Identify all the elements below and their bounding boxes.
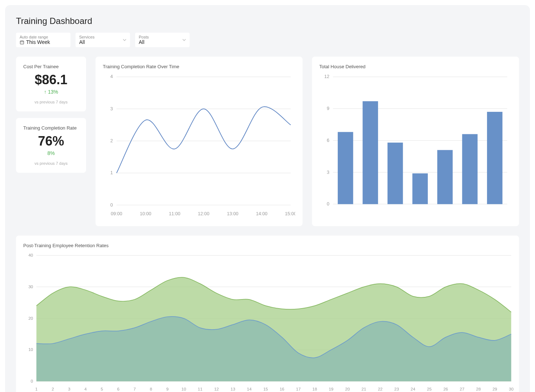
page-title: Training Dashboard bbox=[16, 16, 519, 26]
svg-text:13: 13 bbox=[231, 387, 235, 391]
posts-filter[interactable]: Posts All bbox=[135, 33, 190, 47]
svg-text:1: 1 bbox=[35, 387, 37, 391]
svg-rect-33 bbox=[388, 143, 403, 204]
svg-rect-0 bbox=[20, 41, 24, 44]
svg-text:0: 0 bbox=[110, 203, 113, 208]
svg-text:28: 28 bbox=[476, 387, 481, 391]
svg-text:24: 24 bbox=[411, 387, 416, 391]
svg-text:14:00: 14:00 bbox=[256, 211, 268, 216]
date-range-filter[interactable]: Auto date range This Week bbox=[16, 33, 70, 47]
svg-text:5: 5 bbox=[101, 387, 103, 391]
svg-text:19: 19 bbox=[329, 387, 333, 391]
services-filter[interactable]: Services All bbox=[76, 33, 130, 47]
svg-text:10: 10 bbox=[28, 347, 33, 352]
svg-text:20: 20 bbox=[345, 387, 350, 391]
svg-text:3: 3 bbox=[110, 106, 113, 111]
svg-text:9: 9 bbox=[166, 387, 169, 391]
svg-text:30: 30 bbox=[28, 285, 33, 289]
svg-text:40: 40 bbox=[28, 253, 33, 257]
kpi-cost-per-trainee: Cost Per Trainee $86.1 ↑ 13% vs previous… bbox=[16, 57, 86, 111]
kpi-delta: 8% bbox=[23, 150, 79, 156]
svg-rect-37 bbox=[487, 112, 502, 204]
svg-rect-34 bbox=[412, 173, 427, 204]
svg-text:23: 23 bbox=[394, 387, 399, 391]
svg-rect-32 bbox=[362, 101, 378, 204]
chevron-down-icon bbox=[123, 38, 126, 42]
svg-text:12:00: 12:00 bbox=[198, 211, 210, 216]
svg-text:6: 6 bbox=[117, 387, 119, 391]
kpi-sub: vs previous 7 days bbox=[23, 100, 79, 104]
svg-text:11:00: 11:00 bbox=[169, 211, 181, 216]
svg-text:30: 30 bbox=[509, 387, 514, 391]
svg-text:3: 3 bbox=[327, 170, 329, 175]
services-value: All bbox=[79, 39, 85, 45]
kpi-sub: vs previous 7 days bbox=[23, 161, 79, 166]
svg-text:1: 1 bbox=[110, 170, 113, 175]
kpi-title: Training Completion Rate bbox=[23, 125, 79, 131]
chart-title: Post-Training Employee Retention Rates bbox=[20, 243, 515, 248]
svg-text:2: 2 bbox=[52, 387, 54, 391]
svg-text:10: 10 bbox=[182, 387, 186, 391]
svg-text:10:00: 10:00 bbox=[140, 211, 151, 216]
svg-text:17: 17 bbox=[296, 387, 301, 391]
chevron-down-icon bbox=[182, 38, 186, 42]
svg-text:27: 27 bbox=[460, 387, 465, 391]
svg-text:0: 0 bbox=[31, 379, 33, 383]
svg-rect-36 bbox=[462, 134, 477, 204]
svg-rect-31 bbox=[338, 132, 353, 204]
svg-text:2: 2 bbox=[110, 138, 113, 143]
svg-text:6: 6 bbox=[327, 138, 329, 143]
kpi-title: Cost Per Trainee bbox=[23, 64, 79, 69]
svg-text:21: 21 bbox=[361, 387, 366, 391]
svg-text:11: 11 bbox=[198, 387, 203, 391]
svg-text:18: 18 bbox=[312, 387, 317, 391]
svg-text:4: 4 bbox=[84, 387, 87, 391]
kpi-value: 76% bbox=[23, 134, 79, 149]
calendar-icon bbox=[20, 40, 24, 45]
chart-house-delivered: Total House Delivered 036912 bbox=[312, 57, 519, 226]
svg-text:16: 16 bbox=[280, 387, 284, 391]
svg-text:9: 9 bbox=[327, 106, 329, 111]
posts-label: Posts bbox=[139, 35, 186, 39]
svg-text:20: 20 bbox=[28, 316, 33, 320]
date-range-label: Auto date range bbox=[20, 35, 67, 39]
services-label: Services bbox=[79, 35, 126, 39]
svg-text:12: 12 bbox=[324, 74, 329, 79]
svg-text:13:00: 13:00 bbox=[227, 211, 239, 216]
svg-text:3: 3 bbox=[68, 387, 70, 391]
svg-rect-35 bbox=[437, 150, 453, 204]
svg-text:09:00: 09:00 bbox=[111, 211, 122, 216]
svg-text:25: 25 bbox=[427, 387, 432, 391]
svg-text:22: 22 bbox=[378, 387, 382, 391]
filters-row: Auto date range This Week Services All P… bbox=[16, 33, 519, 47]
svg-text:0: 0 bbox=[327, 201, 329, 207]
kpi-completion-rate: Training Completion Rate 76% 8% vs previ… bbox=[16, 118, 86, 173]
svg-text:26: 26 bbox=[443, 387, 448, 391]
chart-title: Total House Delivered bbox=[319, 64, 512, 69]
chart-completion-over-time: Training Completion Rate Over Time 01234… bbox=[96, 57, 303, 226]
svg-text:15:00: 15:00 bbox=[285, 211, 295, 216]
svg-text:8: 8 bbox=[150, 387, 152, 391]
svg-text:15: 15 bbox=[263, 387, 268, 391]
kpi-delta: ↑ 13% bbox=[23, 89, 79, 95]
chart-title: Training Completion Rate Over Time bbox=[103, 64, 295, 69]
svg-text:14: 14 bbox=[247, 387, 252, 391]
posts-value: All bbox=[139, 39, 145, 45]
svg-text:29: 29 bbox=[493, 387, 497, 391]
svg-text:7: 7 bbox=[134, 387, 136, 391]
date-range-value: This Week bbox=[26, 39, 50, 45]
kpi-value: $86.1 bbox=[23, 72, 79, 87]
chart-retention: Post-Training Employee Retention Rates 0… bbox=[16, 236, 519, 392]
svg-text:12: 12 bbox=[214, 387, 219, 391]
svg-text:4: 4 bbox=[110, 74, 113, 79]
